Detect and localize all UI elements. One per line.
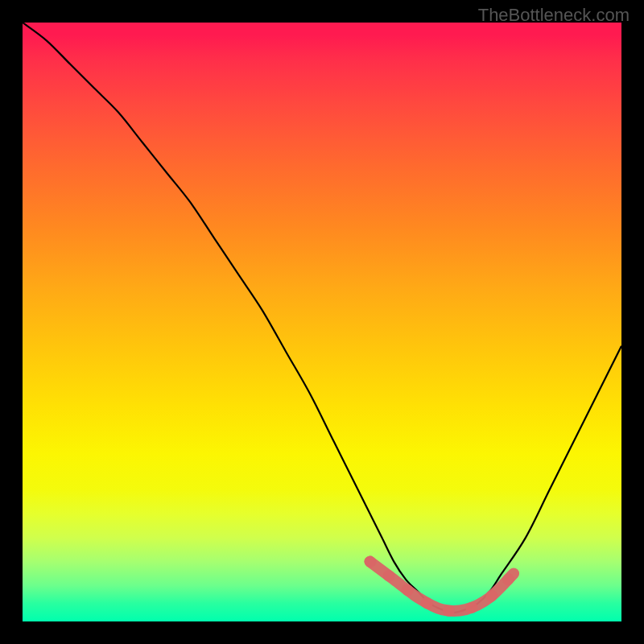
optimal-highlight-dots [370,562,514,611]
bottleneck-curve [23,23,621,613]
curve-svg [23,23,621,621]
watermark-text: TheBottleneck.com [478,5,630,26]
plot-area [23,23,621,621]
chart-container: TheBottleneck.com [0,0,644,644]
optimal-highlight [370,562,514,611]
